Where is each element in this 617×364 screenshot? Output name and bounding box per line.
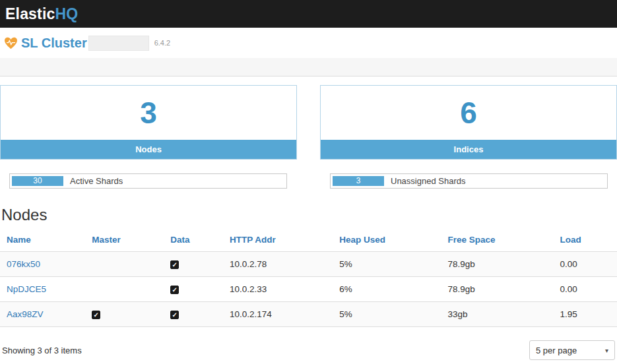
load-cell: 1.95 xyxy=(555,302,617,327)
check-icon: ✓ xyxy=(171,286,178,294)
cluster-subheader xyxy=(0,58,617,76)
master-cell xyxy=(86,277,165,302)
free-space-cell: 33gb xyxy=(443,302,555,327)
nodes-table: Name Master Data HTTP Addr Heap Used Fre… xyxy=(0,227,617,327)
brand-elastic-text: Elastic xyxy=(5,5,55,22)
col-header-http-addr[interactable]: HTTP Addr xyxy=(224,227,334,252)
heap-used-cell: 5% xyxy=(334,302,442,327)
data-checkbox[interactable]: ✓ xyxy=(170,311,179,319)
per-page-value: 5 per page xyxy=(536,346,577,355)
table-row: NpDJCE5✓10.0.2.336%78.9gb0.00 xyxy=(0,277,617,302)
table-header-row: Name Master Data HTTP Addr Heap Used Fre… xyxy=(0,227,617,252)
nodes-stat-card: 3 Nodes xyxy=(0,85,297,160)
node-name-link[interactable]: NpDJCE5 xyxy=(7,284,46,294)
master-checkbox[interactable]: ✓ xyxy=(92,311,100,319)
data-cell: ✓ xyxy=(165,302,224,327)
nodes-count: 3 xyxy=(1,86,296,140)
top-navbar: ElasticHQ xyxy=(0,0,617,28)
brand-hq-text: HQ xyxy=(55,5,79,22)
node-name-link[interactable]: Aax98ZV xyxy=(7,309,44,319)
showing-items-text: Showing 3 of 3 items xyxy=(2,346,82,355)
table-row: 076kx50✓10.0.2.785%78.9gb0.00 xyxy=(0,252,617,277)
nodes-table-body: 076kx50✓10.0.2.785%78.9gb0.00NpDJCE5✓10.… xyxy=(0,252,617,327)
master-cell xyxy=(86,252,165,277)
table-row: Aax98ZV✓✓10.0.2.1745%33gb1.95 xyxy=(0,302,617,327)
nodes-section-title: Nodes xyxy=(1,206,617,224)
http-addr-cell: 10.0.2.33 xyxy=(224,277,334,302)
check-icon: ✓ xyxy=(171,261,178,269)
col-header-data[interactable]: Data xyxy=(165,227,224,252)
col-header-load[interactable]: Load xyxy=(555,227,617,252)
per-page-select[interactable]: 5 per page ▾ xyxy=(529,340,615,360)
cluster-name-link[interactable]: SL Cluster xyxy=(21,36,87,51)
active-shards-count: 30 xyxy=(12,176,63,186)
free-space-cell: 78.9gb xyxy=(443,252,555,277)
check-icon: ✓ xyxy=(171,311,178,319)
node-name-link[interactable]: 076kx50 xyxy=(7,259,40,269)
cluster-name-input[interactable] xyxy=(88,36,149,51)
heartbeat-icon xyxy=(4,37,18,49)
chevron-down-icon: ▾ xyxy=(605,347,608,354)
col-header-master[interactable]: Master xyxy=(86,227,165,252)
col-header-heap-used[interactable]: Heap Used xyxy=(334,227,442,252)
load-cell: 0.00 xyxy=(555,252,617,277)
dashboard-main: 3 Nodes 6 Indices 30 Active Shards 3 Una… xyxy=(0,85,617,364)
nodes-stat-label[interactable]: Nodes xyxy=(1,140,296,159)
data-cell: ✓ xyxy=(165,252,224,277)
node-name-cell: NpDJCE5 xyxy=(0,277,86,302)
heap-used-cell: 5% xyxy=(334,252,442,277)
elastichq-app: ElasticHQ SL Cluster 6.4.2 3 Nodes 6 Ind… xyxy=(0,0,617,364)
data-checkbox[interactable]: ✓ xyxy=(170,260,179,269)
unassigned-shards-count: 3 xyxy=(333,176,384,186)
node-name-cell: 076kx50 xyxy=(0,252,86,277)
master-cell: ✓ xyxy=(86,302,165,327)
active-shards-bar: 30 Active Shards xyxy=(9,173,287,189)
active-shards-label: Active Shards xyxy=(70,176,123,186)
shard-status-row: 30 Active Shards 3 Unassigned Shards xyxy=(0,173,617,189)
load-cell: 0.00 xyxy=(555,277,617,302)
node-name-cell: Aax98ZV xyxy=(0,302,86,327)
data-cell: ✓ xyxy=(165,277,224,302)
indices-stat-card: 6 Indices xyxy=(320,85,617,160)
stat-cards-row: 3 Nodes 6 Indices xyxy=(0,85,617,160)
col-header-free-space[interactable]: Free Space xyxy=(443,227,555,252)
unassigned-shards-label: Unassigned Shards xyxy=(391,176,465,186)
col-header-name[interactable]: Name xyxy=(0,227,86,252)
elastichq-logo[interactable]: ElasticHQ xyxy=(5,5,78,23)
free-space-cell: 78.9gb xyxy=(443,277,555,302)
http-addr-cell: 10.0.2.78 xyxy=(224,252,334,277)
http-addr-cell: 10.0.2.174 xyxy=(224,302,334,327)
check-icon: ✓ xyxy=(92,311,100,319)
indices-stat-label[interactable]: Indices xyxy=(321,140,616,159)
table-footer: Showing 3 of 3 items 5 per page ▾ xyxy=(0,340,617,360)
cluster-version: 6.4.2 xyxy=(154,39,170,47)
heap-used-cell: 6% xyxy=(334,277,442,302)
indices-count: 6 xyxy=(321,86,616,140)
cluster-header: SL Cluster 6.4.2 xyxy=(0,28,617,58)
data-checkbox[interactable]: ✓ xyxy=(170,286,179,294)
unassigned-shards-bar: 3 Unassigned Shards xyxy=(330,173,608,189)
